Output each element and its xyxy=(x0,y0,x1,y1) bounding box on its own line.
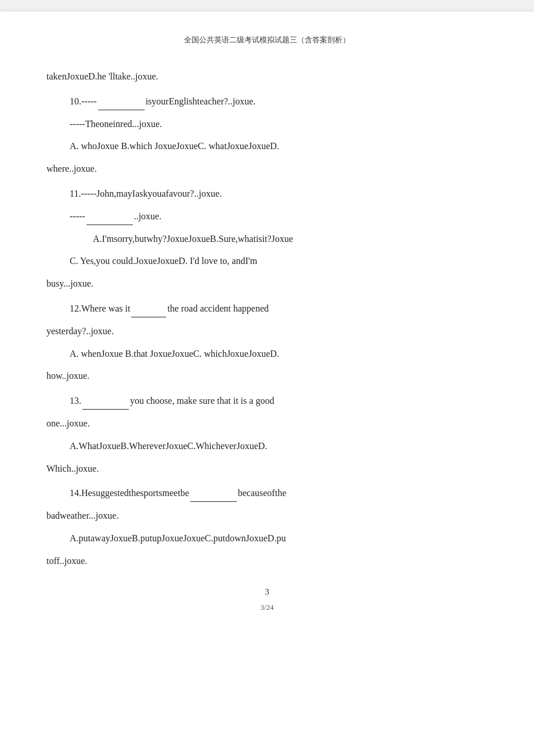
q11-blank xyxy=(86,225,133,225)
q12-question-line1: 12.Where was itthe road accident happene… xyxy=(70,301,488,317)
q10-blank xyxy=(98,110,145,110)
q13-question-line1: 13.you choose, make sure that it is a go… xyxy=(70,393,488,410)
q12-block: 12.Where was itthe road accident happene… xyxy=(46,301,488,385)
q12-options-line2: how..joxue. xyxy=(46,368,488,385)
q12-options-text: A. whenJoxue B.that JoxueJoxueC. whichJo… xyxy=(70,349,279,359)
q12-rest2-text: yesterday?..joxue. xyxy=(46,326,114,336)
q14-question-line1: 14.Hesuggestedthesportsmeetbebecauseofth… xyxy=(70,485,488,502)
q11-ans-text: ----- xyxy=(70,211,85,221)
q13-question-line2: one...joxue. xyxy=(46,415,488,432)
q14-question-line2: badweather...joxue. xyxy=(46,508,488,525)
q12-opt-d-text: how..joxue. xyxy=(46,371,89,381)
page-number: 3 xyxy=(265,587,269,596)
q10-ans-text: -----Theoneinred...joxue. xyxy=(70,119,162,129)
q12-question-line2: yesterday?..joxue. xyxy=(46,323,488,340)
q14-opt-d-text: toff..joxue. xyxy=(46,556,87,566)
q11-block: 11.-----John,mayIaskyouafavour?..joxue. … xyxy=(46,186,488,292)
footer: 3/24 xyxy=(46,603,488,612)
q11-rest-text: ..joxue. xyxy=(134,211,162,221)
q12-rest-text: the road accident happened xyxy=(167,303,269,313)
q13-blank xyxy=(82,409,129,410)
q14-block: 14.Hesuggestedthesportsmeetbebecauseofth… xyxy=(46,485,488,569)
q11-opt-cd2-text: busy...joxue. xyxy=(46,278,93,288)
footer-text: 3/24 xyxy=(260,603,273,612)
q10-question: 10.-----isyourEnglishteacher?..joxue. xyxy=(70,93,488,110)
q14-rest2-text: badweather...joxue. xyxy=(46,511,118,520)
page-header: 全国公共英语二级考试模拟试题三（含答案剖析） xyxy=(46,35,488,45)
q13-rest2-text: one...joxue. xyxy=(46,418,90,428)
q11-label-text: 11.-----John,mayIaskyouafavour?..joxue. xyxy=(70,189,222,198)
q11-opt-ab-text: A.I'msorry,butwhy?JoxueJoxueB.Sure,whati… xyxy=(93,234,293,244)
line-taken: takenJoxueD.he 'lltake..joxue. xyxy=(46,68,488,85)
q12-blank xyxy=(131,317,166,317)
page-number-area: 3 xyxy=(46,587,488,597)
q12-label-text: 12.Where was it xyxy=(70,303,130,313)
q14-rest-text: becauseofthe xyxy=(238,488,287,498)
q11-options-ab: A.I'msorry,butwhy?JoxueJoxueB.Sure,whati… xyxy=(93,231,488,248)
header-title: 全国公共英语二级考试模拟试题三（含答案剖析） xyxy=(184,35,350,44)
q11-options-cd1: C. Yes,you could.JoxueJoxueD. I'd love t… xyxy=(70,253,488,270)
q10-block: 10.-----isyourEnglishteacher?..joxue. --… xyxy=(46,93,488,178)
q12-options-line1: A. whenJoxue B.that JoxueJoxueC. whichJo… xyxy=(70,346,488,363)
q13-label-text: 13. xyxy=(70,396,81,406)
q13-options-line2: Which..joxue. xyxy=(46,461,488,478)
q14-label-text: 14.Hesuggestedthesportsmeetbe xyxy=(70,488,189,498)
page: 全国公共英语二级考试模拟试题三（含答案剖析） takenJoxueD.he 'l… xyxy=(0,12,534,756)
q11-opt-cd1-text: C. Yes,you could.JoxueJoxueD. I'd love t… xyxy=(70,256,257,266)
q10-answer: -----Theoneinred...joxue. xyxy=(70,116,488,133)
q10-rest: isyourEnglishteacher?..joxue. xyxy=(146,96,256,106)
q13-rest-text: you choose, make sure that it is a good xyxy=(130,396,274,406)
q11-answer: -----..joxue. xyxy=(70,208,488,225)
q14-blank xyxy=(190,501,237,502)
q13-opt-d-text: Which..joxue. xyxy=(46,464,99,473)
q14-options-line2: toff..joxue. xyxy=(46,553,488,570)
q11-options-cd2: busy...joxue. xyxy=(46,276,488,292)
q10-options-line2: where..joxue. xyxy=(46,161,488,178)
q13-options-text: A.WhatJoxueB.WhereverJoxueC.WhicheverJox… xyxy=(70,441,267,451)
q11-question: 11.-----John,mayIaskyouafavour?..joxue. xyxy=(70,186,488,202)
q10-opt-d-text: where..joxue. xyxy=(46,164,97,173)
q10-options-text: A. whoJoxue B.which JoxueJoxueC. whatJox… xyxy=(70,141,279,151)
q14-options-text: A.putawayJoxueB.putupJoxueJoxueC.putdown… xyxy=(70,533,286,543)
q13-block: 13.you choose, make sure that it is a go… xyxy=(46,393,488,477)
content-area: takenJoxueD.he 'lltake..joxue. 10.-----i… xyxy=(46,68,488,570)
q14-options-line1: A.putawayJoxueB.putupJoxueJoxueC.putdown… xyxy=(70,530,488,547)
q10-label: 10.----- xyxy=(70,96,97,106)
line-taken-text: takenJoxueD.he 'lltake..joxue. xyxy=(46,71,158,81)
q13-options-line1: A.WhatJoxueB.WhereverJoxueC.WhicheverJox… xyxy=(70,438,488,455)
q10-options-line1: A. whoJoxue B.which JoxueJoxueC. whatJox… xyxy=(70,138,488,155)
